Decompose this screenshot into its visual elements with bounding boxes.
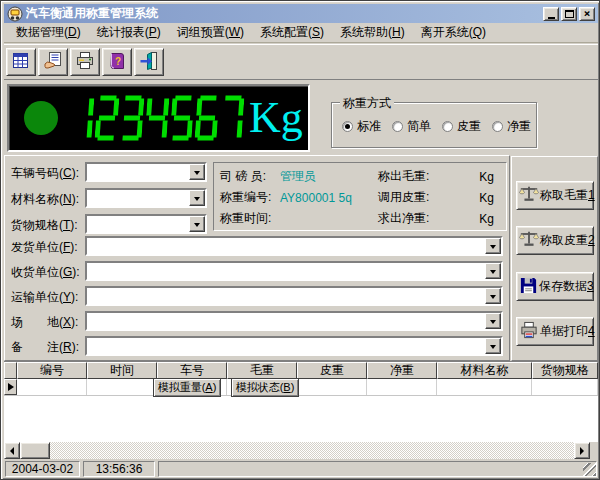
weigh-mode-options: 标准简单皮重净重 (342, 118, 531, 135)
print-button[interactable] (70, 48, 100, 76)
title-bar: 汽车衡通用称重管理系统 × (4, 4, 598, 23)
scale-icon (519, 184, 539, 207)
table-row[interactable] (4, 379, 598, 396)
menu-item-S[interactable]: 系统配置(S) (252, 22, 332, 43)
close-button[interactable]: × (579, 7, 595, 21)
resize-grip[interactable] (583, 463, 596, 476)
gross-unit: Kg (442, 170, 500, 184)
combo-F[interactable] (85, 236, 503, 256)
help-button[interactable]: ? (102, 48, 132, 76)
chevron-down-icon[interactable] (189, 190, 205, 206)
field-label-Y: 运输单位(Y): (11, 289, 78, 305)
table-cell-6 (437, 379, 532, 395)
table-cell-7 (532, 379, 598, 395)
weigh-mode-option-2[interactable]: 皮重 (442, 118, 481, 135)
combo-N[interactable] (85, 188, 207, 208)
exit-button[interactable] (134, 48, 164, 76)
action-label: 单据打印4 (540, 323, 595, 340)
weigh-mode-option-1[interactable]: 简单 (392, 118, 431, 135)
menu-item-D[interactable]: 数据管理(D) (8, 22, 89, 43)
weigh-mode-option-0[interactable]: 标准 (342, 118, 381, 135)
combo-T[interactable] (85, 214, 207, 234)
maximize-button[interactable] (561, 7, 577, 21)
column-header-6: 材料名称 (437, 362, 532, 379)
chevron-down-icon[interactable] (485, 288, 501, 304)
report-preview-button[interactable] (38, 48, 68, 76)
combo-R[interactable] (85, 336, 503, 356)
gross-label: 称出毛重: (378, 168, 442, 185)
combo-G[interactable] (85, 261, 503, 281)
action-panel: 称取毛重1称取皮重2保存数据3单据打印4 (511, 156, 598, 361)
menu-item-Q[interactable]: 离开系统(Q) (413, 22, 494, 43)
weigh-gross-button[interactable]: 称取毛重1 (516, 181, 594, 210)
operator-label: 司 磅 员: (220, 168, 280, 185)
radio-label: 标准 (357, 118, 381, 135)
weigh-info-box: 司 磅 员: 管理员 称出毛重: Kg 称重编号: AY800001 5q 调用… (213, 162, 507, 231)
column-header-1: 时间 (87, 362, 157, 379)
receipt-print-icon (519, 321, 539, 343)
radio-icon (342, 121, 353, 132)
net-label: 求出净重: (378, 210, 442, 227)
column-header-2: 车号 (157, 362, 227, 379)
led-digits (69, 95, 244, 141)
horizontal-scrollbar[interactable] (4, 442, 590, 459)
weigh-mode-option-3[interactable]: 净重 (492, 118, 531, 135)
combo-X[interactable] (85, 311, 503, 331)
data-grid-button[interactable] (6, 48, 36, 76)
status-date: 2004-03-02 (5, 461, 80, 477)
scroll-right-icon (580, 447, 584, 455)
chevron-down-icon[interactable] (189, 164, 205, 180)
table-cell-1 (87, 379, 157, 395)
column-header-5: 净重 (367, 362, 437, 379)
radio-label: 简单 (407, 118, 431, 135)
window-title: 汽车衡通用称重管理系统 (26, 5, 541, 22)
help-icon: ? (107, 51, 127, 74)
save-data-button[interactable]: 保存数据3 (516, 272, 594, 301)
tare-unit: Kg (442, 191, 500, 205)
weigh-tare-button[interactable]: 称取皮重2 (516, 226, 594, 255)
weigh-mode-group: 称重方式 标准简单皮重净重 (331, 102, 537, 148)
close-icon: × (584, 8, 591, 19)
chevron-down-icon[interactable] (485, 313, 501, 329)
records-grid: 编号时间车号毛重皮重净重材料名称货物规格 (4, 361, 598, 442)
radio-label: 净重 (507, 118, 531, 135)
chevron-down-icon[interactable] (485, 338, 501, 354)
tare-label: 调用皮重: (378, 189, 442, 206)
record-no-value: AY800001 5q (280, 191, 378, 205)
table-cell-0 (17, 379, 87, 395)
current-row-indicator[interactable] (4, 379, 17, 395)
svg-text:?: ? (115, 55, 121, 66)
action-label: 保存数据3 (539, 278, 594, 295)
status-bar: 2004-03-02 13:56:36 (4, 460, 598, 478)
chevron-down-icon[interactable] (485, 238, 501, 254)
combo-Y[interactable] (85, 286, 503, 306)
column-header-0: 编号 (17, 362, 87, 379)
report-preview-icon (43, 51, 63, 74)
minimize-icon (548, 17, 555, 19)
chevron-down-icon[interactable] (485, 263, 501, 279)
print-receipt-button[interactable]: 单据打印4 (516, 317, 594, 346)
action-label: 称取毛重1 (540, 187, 595, 204)
radio-icon (392, 121, 403, 132)
radio-label: 皮重 (457, 118, 481, 135)
chevron-down-icon[interactable] (189, 216, 205, 232)
app-icon (7, 6, 23, 22)
menu-item-W[interactable]: 词组预置(W) (169, 22, 252, 43)
simulate-weight-button[interactable]: 模拟重量(A) (153, 378, 221, 397)
field-label-N: 材料名称(N): (11, 191, 79, 207)
row-selector-header (4, 362, 17, 379)
column-header-4: 皮重 (297, 362, 367, 379)
menu-item-H[interactable]: 系统帮助(H) (332, 22, 413, 43)
menu-item-P[interactable]: 统计报表(P) (89, 22, 169, 43)
scale-icon (519, 229, 539, 252)
combo-C[interactable] (85, 162, 207, 182)
minimize-button[interactable] (543, 7, 559, 21)
record-no-label: 称重编号: (220, 189, 280, 206)
scroll-right-button[interactable] (574, 442, 590, 459)
simulate-status-button[interactable]: 模拟状态(B) (231, 378, 299, 397)
net-unit: Kg (442, 212, 500, 226)
scrollbar-thumb[interactable] (20, 442, 50, 459)
scroll-left-button[interactable] (4, 442, 20, 459)
scroll-left-icon (10, 447, 14, 455)
led-unit: Kg (249, 97, 303, 139)
